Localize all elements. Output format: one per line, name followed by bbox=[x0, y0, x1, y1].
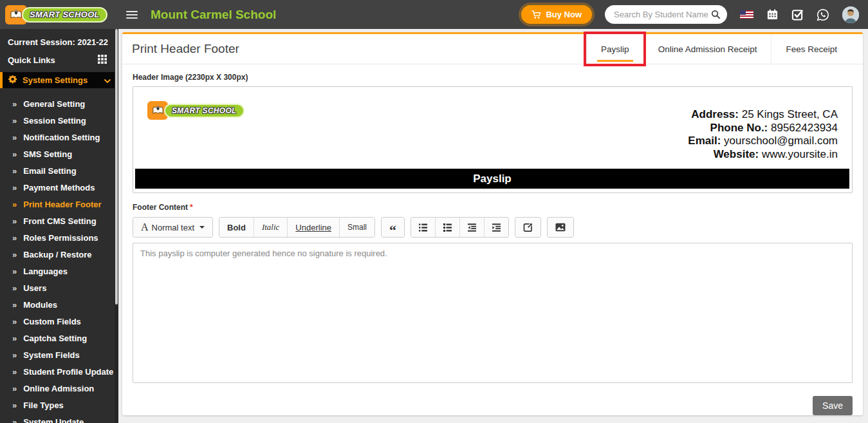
double-chevron-icon: » bbox=[12, 149, 17, 159]
sidebar: Current Session: 2021-22 Quick Links Sys… bbox=[0, 29, 118, 423]
sidebar-section-system-settings[interactable]: System Settings bbox=[0, 72, 118, 88]
sidebar-item-system-update[interactable]: »System Update bbox=[0, 413, 118, 423]
double-chevron-icon: » bbox=[12, 417, 17, 423]
sidebar-menu: »General Setting »Session Setting »Notif… bbox=[0, 88, 118, 423]
footer-content-label: Footer Content* bbox=[133, 203, 853, 212]
quick-links-grid-icon[interactable] bbox=[98, 55, 107, 66]
sidebar-item-student-profile-update[interactable]: »Student Profile Update bbox=[0, 363, 118, 380]
quote-button[interactable]: “ bbox=[382, 218, 404, 237]
underline-button[interactable]: Underline bbox=[288, 218, 340, 237]
buy-now-label: Buy Now bbox=[546, 10, 582, 19]
double-chevron-icon: » bbox=[12, 233, 17, 243]
double-chevron-icon: » bbox=[12, 334, 17, 343]
font-style-icon: A bbox=[141, 221, 149, 233]
double-chevron-icon: » bbox=[12, 166, 17, 176]
sidebar-item-email-setting[interactable]: »Email Setting bbox=[0, 162, 118, 179]
header-image-label: Header Image (2230px X 300px) bbox=[133, 73, 853, 82]
quick-links-label: Quick Links bbox=[8, 55, 55, 65]
print-header-footer-card: Print Header Footer Payslip Online Admis… bbox=[122, 32, 863, 415]
sidebar-item-captcha-setting[interactable]: »Captcha Setting bbox=[0, 330, 118, 346]
sidebar-item-online-admission[interactable]: »Online Admission bbox=[0, 380, 118, 397]
double-chevron-icon: » bbox=[12, 99, 17, 109]
calendar-icon[interactable] bbox=[766, 8, 779, 21]
user-avatar[interactable] bbox=[842, 6, 859, 23]
double-chevron-icon: » bbox=[12, 183, 17, 193]
indent-button[interactable] bbox=[485, 218, 508, 237]
sidebar-item-file-types[interactable]: »File Types bbox=[0, 397, 118, 413]
bold-button[interactable]: Bold bbox=[219, 218, 254, 237]
sidebar-item-general-setting[interactable]: »General Setting bbox=[0, 95, 118, 112]
double-chevron-icon: » bbox=[12, 200, 17, 209]
share-button[interactable] bbox=[515, 218, 540, 237]
unordered-list-button[interactable] bbox=[411, 218, 436, 237]
sidebar-item-backup-restore[interactable]: »Backup / Restore bbox=[0, 246, 118, 263]
share-icon bbox=[523, 223, 533, 232]
sidebar-item-users[interactable]: »Users bbox=[0, 279, 118, 296]
receipt-tabs: Payslip Online Admission Receipt Fees Re… bbox=[586, 34, 851, 64]
indent-icon bbox=[492, 223, 501, 232]
preview-logo: SMART SCHOOL bbox=[147, 101, 250, 120]
cart-icon bbox=[531, 10, 541, 19]
preview-contact-info: Address: 25 Kings Street, CA Phone No.: … bbox=[688, 101, 838, 161]
quote-icon: “ bbox=[389, 221, 396, 234]
sidebar-item-modules[interactable]: »Modules bbox=[0, 296, 118, 313]
picture-icon bbox=[555, 223, 566, 232]
outdent-button[interactable] bbox=[460, 218, 485, 237]
sidebar-item-payment-methods[interactable]: »Payment Methods bbox=[0, 179, 118, 196]
page-title: Print Header Footer bbox=[132, 42, 239, 56]
caret-down-icon bbox=[199, 226, 205, 229]
double-chevron-icon: » bbox=[12, 283, 17, 293]
picture-button[interactable] bbox=[548, 218, 573, 237]
sidebar-item-roles-permissions[interactable]: »Roles Permissions bbox=[0, 229, 118, 246]
double-chevron-icon: » bbox=[12, 317, 17, 326]
whatsapp-icon[interactable] bbox=[817, 8, 829, 21]
footer-content-textarea[interactable]: This payslip is computer generated hence… bbox=[133, 243, 853, 383]
sidebar-scrollbar[interactable] bbox=[115, 29, 118, 423]
sidebar-item-print-header-footer[interactable]: »Print Header Footer bbox=[0, 196, 118, 212]
search-icon[interactable] bbox=[711, 10, 721, 19]
double-chevron-icon: » bbox=[12, 367, 17, 377]
tab-online-admission-receipt[interactable]: Online Admission Receipt bbox=[643, 34, 771, 64]
sidebar-item-front-cms-setting[interactable]: »Front CMS Setting bbox=[0, 212, 118, 229]
sidebar-item-custom-fields[interactable]: »Custom Fields bbox=[0, 313, 118, 330]
double-chevron-icon: » bbox=[12, 216, 17, 226]
double-chevron-icon: » bbox=[12, 350, 17, 360]
sidebar-item-system-fields[interactable]: »System Fields bbox=[0, 346, 118, 363]
sidebar-item-notification-setting[interactable]: »Notification Setting bbox=[0, 129, 118, 146]
double-chevron-icon: » bbox=[12, 250, 17, 259]
ordered-list-icon bbox=[443, 223, 452, 232]
unordered-list-icon bbox=[419, 223, 427, 232]
task-check-icon[interactable] bbox=[791, 8, 804, 21]
info-line: Website: www.yoursite.in bbox=[688, 148, 838, 162]
gear-icon bbox=[8, 75, 17, 86]
app-logo[interactable]: SMART SCHOOL bbox=[5, 5, 118, 25]
sidebar-item-sms-setting[interactable]: »SMS Setting bbox=[0, 146, 118, 162]
double-chevron-icon: » bbox=[12, 384, 17, 393]
italic-button[interactable]: Italic bbox=[254, 218, 288, 237]
text-style-dropdown[interactable]: A Normal text bbox=[133, 218, 212, 237]
logo-text: SMART SCHOOL bbox=[22, 7, 107, 23]
sidebar-item-session-setting[interactable]: »Session Setting bbox=[0, 112, 118, 129]
menu-toggle-icon[interactable] bbox=[126, 9, 138, 21]
required-asterisk: * bbox=[190, 203, 193, 212]
header-image-preview: SMART SCHOOL Address: 25 Kings Street, C… bbox=[133, 86, 853, 193]
section-label: System Settings bbox=[23, 75, 88, 85]
buy-now-button[interactable]: Buy Now bbox=[521, 5, 592, 24]
student-search bbox=[605, 5, 727, 24]
info-line: Email: yourschool@gmail.com bbox=[688, 135, 838, 148]
info-line: Phone No.: 89562423934 bbox=[688, 122, 838, 135]
ordered-list-button[interactable] bbox=[436, 218, 460, 237]
tab-payslip[interactable]: Payslip bbox=[586, 34, 643, 64]
sidebar-item-languages[interactable]: »Languages bbox=[0, 263, 118, 279]
save-button[interactable]: Save bbox=[813, 396, 853, 415]
preview-payslip-bar: Payslip bbox=[135, 169, 849, 189]
outdent-icon bbox=[468, 223, 476, 232]
info-line: Address: 25 Kings Street, CA bbox=[688, 108, 838, 122]
chevron-down-icon bbox=[104, 75, 111, 85]
current-session-label: Current Session: 2021-22 bbox=[0, 29, 118, 50]
tab-fees-receipt[interactable]: Fees Receipt bbox=[771, 34, 851, 64]
small-button[interactable]: Small bbox=[340, 218, 374, 237]
language-flag-icon[interactable] bbox=[740, 10, 753, 19]
double-chevron-icon: » bbox=[12, 400, 17, 410]
search-input[interactable] bbox=[614, 10, 711, 19]
